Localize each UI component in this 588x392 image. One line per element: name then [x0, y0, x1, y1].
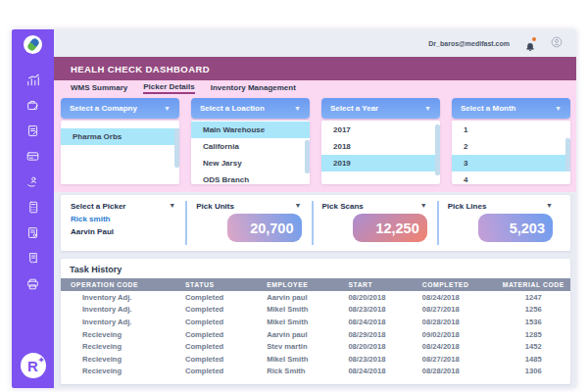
cell-completed: 08/27/2018 [413, 305, 497, 314]
filter-caret-icon[interactable]: ▼ [169, 202, 175, 209]
user-email: Dr_baros@medifast.com [428, 40, 510, 47]
cell-material-code: 1247 [497, 293, 570, 302]
rx-brand-letter: R [27, 358, 38, 374]
location-option[interactable]: ODS Branch [191, 172, 310, 184]
cell-completed: 08/24/2018 [413, 342, 497, 351]
scrollbar[interactable] [435, 124, 440, 175]
chevron-down-icon: ▼ [555, 105, 562, 112]
year-option[interactable]: 2017 [321, 122, 440, 138]
year-option[interactable]: 2019 [321, 155, 440, 172]
year-options: 2017 2018 2019 [321, 121, 440, 184]
kpi-value-pill: 12,250 [353, 214, 427, 242]
card-icon[interactable] [25, 150, 40, 163]
table-title: Task History [61, 263, 570, 278]
cell-operation-code: Inventory Adj. [61, 318, 175, 326]
month-option[interactable]: 1 [452, 122, 570, 138]
cell-employee: Mikel Smith [257, 318, 338, 326]
lower-area: Select a Picker ▼ Rick smith Aarvin Paul… [54, 192, 576, 388]
column-header: OPERATION CODE [61, 281, 175, 288]
filter-area: Select a Comapny ▼ Pharma Orbs Select a … [54, 96, 576, 192]
chevron-down-icon: ▼ [294, 105, 301, 112]
staff-icon[interactable] [25, 175, 40, 188]
month-option[interactable]: 3 [452, 155, 570, 172]
cell-start: 08/24/2018 [338, 318, 412, 326]
cell-start: 08/20/2018 [338, 342, 412, 351]
sidebar-nav [25, 74, 40, 353]
year-option[interactable]: 2018 [321, 138, 440, 155]
pill-capsule-icon [25, 37, 39, 52]
cell-operation-code: Recieveing [61, 330, 175, 339]
cell-material-code: 1256 [497, 305, 570, 314]
table-row[interactable]: Recieveing Completed Aarvin paul 08/29/2… [61, 328, 570, 341]
location-options: Main Warehouse California New Jarsy ODS … [191, 121, 310, 184]
filter-caret-icon[interactable]: ▼ [420, 202, 427, 209]
month-dropdown[interactable]: Select a Month ▼ [452, 98, 570, 119]
printer-icon[interactable] [25, 277, 40, 290]
cell-material-code: 1485 [497, 355, 570, 364]
app-window: R ✦ Dr_baros@medifast.com HEALH CHECK DA… [12, 29, 576, 388]
year-dropdown[interactable]: Select a Year ▼ [321, 98, 440, 119]
company-option[interactable]: Pharma Orbs [61, 128, 179, 145]
picker-label: Select a Picker [71, 202, 125, 211]
tabs: WMS Summary Picker Details Inventory Man… [54, 80, 576, 96]
month-option[interactable]: 4 [452, 172, 570, 184]
cell-employee: Mikel Smith [257, 355, 338, 364]
tab-picker-details[interactable]: Picker Details [143, 82, 194, 94]
cell-start: 08/29/2018 [338, 330, 412, 339]
month-dropdown-label: Select a Month [461, 104, 515, 113]
filter-month: Select a Month ▼ 1 2 3 4 [452, 98, 570, 184]
tab-wms-summary[interactable]: WMS Summary [71, 83, 127, 93]
filter-location: Select a Loaction ▼ Main Warehouse Calif… [191, 98, 310, 184]
scrollbar[interactable] [565, 138, 570, 172]
location-dropdown[interactable]: Select a Loaction ▼ [191, 98, 310, 119]
location-option[interactable]: California [191, 138, 310, 155]
cell-completed: 09/02/2018 [413, 330, 497, 339]
month-option[interactable]: 2 [452, 138, 570, 155]
location-option[interactable]: New Jarsy [191, 155, 310, 172]
column-header: MATERIAL CODE [497, 281, 570, 288]
cell-employee: Aarvin paul [257, 293, 338, 302]
filter-year: Select a Year ▼ 2017 2018 2019 [321, 98, 440, 184]
cell-status: Completed [175, 367, 257, 375]
analytics-icon[interactable] [25, 74, 40, 86]
location-option[interactable]: Main Warehouse [191, 122, 310, 138]
picker-option[interactable]: Aarvin Paul [71, 227, 175, 236]
tab-inventory-management[interactable]: Inventory Management [211, 83, 296, 93]
scrollbar[interactable] [305, 140, 310, 173]
company-dropdown[interactable]: Select a Comapny ▼ [61, 98, 179, 119]
cell-status: Completed [175, 305, 257, 314]
kpi-pick-units: Pick Units ▼ 20,700 [185, 201, 311, 245]
table-row[interactable]: Inventory Adj. Completed Mikel Smith 08/… [61, 304, 570, 317]
rx-brand-logo[interactable]: R ✦ [21, 353, 46, 378]
dashboard-titlebar: HEALH CHECK DASHBOARD [54, 57, 576, 80]
picker-option-selected[interactable]: Rick smith [71, 215, 175, 223]
report-icon[interactable] [25, 226, 40, 239]
picker-kpi-card: Select a Picker ▼ Rick smith Aarvin Paul… [61, 195, 570, 251]
cell-operation-code: Recieveing [61, 367, 175, 375]
scrollbar[interactable] [174, 128, 179, 168]
form-edit-icon[interactable] [25, 124, 40, 137]
table-row[interactable]: Inventory Adj. Completed Aarvin paul 08/… [61, 291, 570, 304]
table-row[interactable]: Recieveing Completed Stev martin 08/20/2… [61, 340, 570, 353]
table-header-row: OPERATION CODE STATUS EMPLOYEE START COM… [61, 278, 570, 291]
calculator-icon[interactable] [25, 201, 40, 214]
account-icon[interactable] [551, 34, 563, 52]
notifications-bell-icon[interactable] [525, 38, 535, 48]
kpi-label: Pick Lines [448, 202, 487, 211]
orders-icon[interactable] [25, 99, 40, 112]
invoice-icon[interactable] [25, 252, 40, 265]
filter-caret-icon[interactable]: ▼ [546, 202, 553, 209]
app-logo[interactable] [24, 35, 42, 54]
table-row[interactable]: Recieveing Completed Rick Smith 08/24/20… [61, 366, 570, 378]
cell-status: Completed [175, 355, 257, 364]
month-options: 1 2 3 4 [452, 121, 570, 184]
cell-completed: 08/24/2018 [413, 293, 497, 302]
cell-start: 08/23/2018 [338, 305, 412, 314]
table-row[interactable]: Recieveing Completed Mikel Smith 08/23/2… [61, 353, 570, 366]
table-row[interactable]: Inventory Adj. Completed Mikel Smith 08/… [61, 316, 570, 328]
kpi-label: Pick Scans [322, 202, 364, 211]
cell-operation-code: Inventory Adj. [61, 293, 175, 302]
cell-material-code: 1452 [497, 342, 570, 351]
task-history-card: Task History OPERATION CODE STATUS EMPLO… [61, 259, 570, 384]
filter-caret-icon[interactable]: ▼ [295, 202, 302, 209]
